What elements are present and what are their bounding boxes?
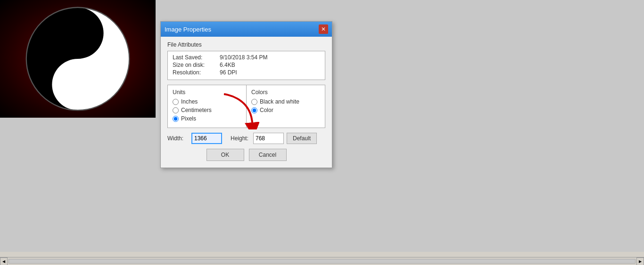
- color-radio[interactable]: [251, 107, 257, 113]
- bw-label: Black and white: [260, 98, 299, 105]
- size-on-disk-value: 6.4KB: [220, 62, 235, 68]
- scrollbar-track[interactable]: [8, 259, 636, 264]
- centimeters-label: Centimeters: [181, 107, 212, 113]
- file-attributes-label: File Attributes: [167, 41, 325, 48]
- width-height-row: Width: Height: Default: [167, 133, 325, 144]
- units-colors-container: Units Inches Centimeters Pixels: [167, 85, 325, 128]
- inches-label: Inches: [181, 98, 198, 105]
- pixels-label: Pixels: [181, 115, 196, 122]
- image-properties-dialog: Image Properties ✕ File Attributes Last …: [160, 21, 332, 168]
- dialog-titlebar: Image Properties ✕: [161, 22, 332, 37]
- size-on-disk-row: Size on disk: 6.4KB: [173, 62, 320, 68]
- dialog-title: Image Properties: [165, 26, 211, 33]
- colors-section: Colors Black and white Color: [247, 85, 325, 128]
- dialog-content: File Attributes Last Saved: 9/10/2018 3:…: [161, 37, 332, 168]
- default-button[interactable]: Default: [287, 133, 317, 144]
- size-on-disk-label: Size on disk:: [173, 62, 220, 68]
- cancel-button[interactable]: Cancel: [249, 149, 287, 161]
- bw-option[interactable]: Black and white: [251, 98, 320, 105]
- svg-point-2: [68, 24, 87, 42]
- scroll-left-button[interactable]: ◀: [0, 257, 8, 265]
- ok-button[interactable]: OK: [206, 149, 244, 161]
- dialog-buttons: OK Cancel: [167, 149, 325, 161]
- pixels-radio[interactable]: [173, 116, 179, 122]
- centimeters-option[interactable]: Centimeters: [173, 107, 241, 113]
- height-input[interactable]: [253, 133, 284, 144]
- resolution-row: Resolution: 96 DPI: [173, 69, 320, 76]
- bw-radio[interactable]: [251, 99, 257, 105]
- color-option[interactable]: Color: [251, 107, 320, 113]
- yinyang-image: [0, 0, 156, 118]
- centimeters-radio[interactable]: [173, 107, 179, 113]
- svg-point-1: [68, 75, 87, 94]
- bottom-scrollbar[interactable]: ◀ ▶: [0, 257, 644, 265]
- units-section: Units Inches Centimeters Pixels: [168, 85, 247, 128]
- width-label: Width:: [167, 135, 189, 142]
- colors-label: Colors: [251, 89, 320, 96]
- last-saved-row: Last Saved: 9/10/2018 3:54 PM: [173, 54, 320, 61]
- inches-radio[interactable]: [173, 99, 179, 105]
- height-label: Height:: [225, 135, 248, 142]
- last-saved-value: 9/10/2018 3:54 PM: [220, 54, 267, 61]
- width-input[interactable]: [191, 133, 222, 144]
- resolution-value: 96 DPI: [220, 69, 237, 76]
- file-attributes-box: Last Saved: 9/10/2018 3:54 PM Size on di…: [167, 51, 325, 80]
- scroll-right-button[interactable]: ▶: [636, 257, 644, 265]
- close-button[interactable]: ✕: [319, 24, 328, 34]
- pixels-option[interactable]: Pixels: [173, 115, 241, 122]
- resolution-label: Resolution:: [173, 69, 220, 76]
- last-saved-label: Last Saved:: [173, 54, 220, 61]
- units-label: Units: [173, 89, 241, 96]
- canvas-area: Image Properties ✕ File Attributes Last …: [0, 0, 644, 252]
- color-label: Color: [260, 107, 273, 113]
- inches-option[interactable]: Inches: [173, 98, 241, 105]
